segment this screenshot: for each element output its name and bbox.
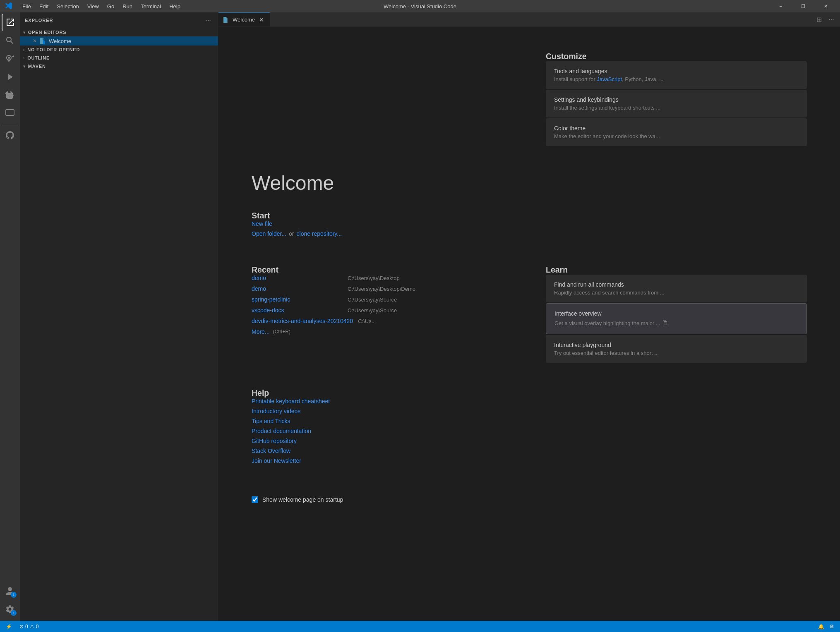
chevron-down-icon: ▾ <box>23 30 26 35</box>
recent-name-2[interactable]: spring-petclinic <box>252 296 343 303</box>
titlebar-controls: − ❐ ✕ <box>771 0 835 12</box>
customize-card-tools[interactable]: Tools and languages Install support for … <box>546 61 807 89</box>
sidebar-item-source-control[interactable] <box>2 50 18 67</box>
error-count: 0 <box>25 624 28 630</box>
sidebar-header-icons: ··· <box>204 16 213 25</box>
learn-card-playground[interactable]: Interactive playground Try out essential… <box>546 335 807 363</box>
customize-card-theme[interactable]: Color theme Make the editor and your cod… <box>546 118 807 146</box>
tab-list: Welcome ✕ <box>218 12 270 26</box>
menu-view[interactable]: View <box>84 2 102 10</box>
chevron-down-icon-2: ▾ <box>23 64 26 69</box>
split-editor-button[interactable]: ⊞ <box>814 14 824 25</box>
cursor-icon: 🖱 <box>662 318 669 327</box>
help-section: Help Printable keyboard cheatsheet Intro… <box>252 388 513 467</box>
menu-file[interactable]: File <box>19 2 34 10</box>
help-cheatsheet-link[interactable]: Printable keyboard cheatsheet <box>252 398 513 405</box>
menu-run[interactable]: Run <box>119 2 136 10</box>
learn-card-interface[interactable]: Interface overview Get a visual overlay … <box>546 303 807 334</box>
help-stackoverflow-link[interactable]: Stack Overflow <box>252 448 513 454</box>
learn-interface-desc: Get a visual overlay highlighting the ma… <box>554 318 798 327</box>
open-editor-welcome[interactable]: ✕ Welcome <box>20 36 218 45</box>
close-button[interactable]: ✕ <box>816 0 835 12</box>
status-errors[interactable]: ⊘ 0 ⚠ 0 <box>17 621 41 632</box>
editor-close-button[interactable]: ✕ <box>31 38 38 44</box>
menu-selection[interactable]: Selection <box>53 2 82 10</box>
help-github-link[interactable]: GitHub repository <box>252 438 513 444</box>
statusbar-right: 🔔 🖥 <box>816 624 837 630</box>
menu-bar: File Edit Selection View Go Run Terminal… <box>19 2 184 10</box>
titlebar-left: File Edit Selection View Go Run Terminal… <box>5 2 184 11</box>
sidebar-item-github[interactable] <box>2 127 18 144</box>
maximize-button[interactable]: ❐ <box>794 0 813 12</box>
customize-tools-title: Tools and languages <box>554 68 799 74</box>
recent-item-0: demo C:\Users\yay\Desktop <box>252 275 513 281</box>
more-actions-button[interactable]: ··· <box>826 14 837 25</box>
help-videos-link[interactable]: Introductory videos <box>252 408 513 414</box>
customize-settings-desc: Install the settings and keyboard shortc… <box>554 105 799 111</box>
status-remote-right[interactable]: 🖥 <box>827 624 837 630</box>
menu-terminal[interactable]: Terminal <box>137 2 164 10</box>
customize-settings-title: Settings and keybindings <box>554 96 799 103</box>
maven-label: Maven <box>28 64 46 69</box>
clone-repo-link[interactable]: clone repository... <box>297 230 342 237</box>
recent-name-4[interactable]: devdiv-metrics-and-analyses-20210420 <box>252 318 353 324</box>
help-newsletter-link[interactable]: Join our Newsletter <box>252 457 513 464</box>
activity-bar-bottom: 1 1 <box>2 583 18 621</box>
learn-interface-title: Interface overview <box>554 310 798 317</box>
recent-path-0: C:\Users\yay\Desktop <box>348 275 400 281</box>
settings-button[interactable]: 1 <box>2 601 18 618</box>
new-file-link[interactable]: New file <box>252 220 513 227</box>
tab-file-icon <box>223 17 229 23</box>
section-outline[interactable]: › Outline <box>20 54 218 62</box>
menu-edit[interactable]: Edit <box>36 2 52 10</box>
tab-label: Welcome <box>233 17 255 23</box>
sidebar-item-remote-explorer[interactable] <box>2 105 18 122</box>
sidebar-item-run-debug[interactable] <box>2 69 18 85</box>
tab-close-button[interactable]: ✕ <box>258 17 265 23</box>
section-maven[interactable]: ▾ Maven <box>20 62 218 70</box>
customize-section: Customize Tools and languages Install su… <box>546 52 807 147</box>
statusbar: ⚡ ⊘ 0 ⚠ 0 🔔 🖥 <box>0 621 840 632</box>
menu-go[interactable]: Go <box>104 2 118 10</box>
start-heading: Start <box>252 211 513 220</box>
status-notifications[interactable]: 🔔 <box>816 624 827 630</box>
startup-label: Show welcome page on startup <box>262 496 343 503</box>
start-section: Start New file Open folder... or clone r… <box>252 211 513 240</box>
recent-name-3[interactable]: vscode-docs <box>252 307 343 314</box>
welcome-content: Welcome Start New file Open folder... or… <box>218 27 840 621</box>
no-folder-label: No Folder Opened <box>27 47 80 52</box>
minimize-button[interactable]: − <box>771 0 790 12</box>
sidebar-more-button[interactable]: ··· <box>204 16 213 25</box>
warning-count: 0 <box>36 624 39 630</box>
customize-card-settings[interactable]: Settings and keybindings Install the set… <box>546 90 807 117</box>
svg-rect-0 <box>6 110 14 115</box>
sidebar: Explorer ··· ▾ Open Editors ✕ Welcome › … <box>20 12 218 621</box>
open-folder-link[interactable]: Open folder... <box>252 230 286 237</box>
help-tips-link[interactable]: Tips and Tricks <box>252 418 513 424</box>
section-no-folder[interactable]: › No Folder Opened <box>20 45 218 54</box>
recent-name-0[interactable]: demo <box>252 275 343 281</box>
sidebar-item-extensions[interactable] <box>2 87 18 103</box>
sidebar-item-search[interactable] <box>2 32 18 49</box>
menu-help[interactable]: Help <box>166 2 184 10</box>
section-open-editors[interactable]: ▾ Open Editors <box>20 28 218 36</box>
customize-theme-title: Color theme <box>554 125 799 132</box>
more-recent-link[interactable]: More... (Ctrl+R) <box>252 328 513 335</box>
outline-label: Outline <box>27 55 50 60</box>
sidebar-item-explorer[interactable] <box>2 14 18 31</box>
help-docs-link[interactable]: Product documentation <box>252 428 513 434</box>
status-remote[interactable]: ⚡ <box>3 621 14 632</box>
recent-path-4: C:\Us... <box>358 318 376 324</box>
tab-welcome[interactable]: Welcome ✕ <box>218 12 270 26</box>
startup-checkbox[interactable] <box>252 496 258 503</box>
tab-bar-right: ⊞ ··· <box>814 14 840 25</box>
tab-bar: Welcome ✕ ⊞ ··· <box>218 12 840 27</box>
welcome-title: Welcome <box>252 172 807 194</box>
learn-card-commands[interactable]: Find and run all commands Rapidly access… <box>546 275 807 302</box>
or-separator: or <box>289 230 294 237</box>
activity-bar: 1 1 <box>0 12 20 621</box>
recent-name-1[interactable]: demo <box>252 285 343 292</box>
accounts-button[interactable]: 1 <box>2 583 18 599</box>
window-title: Welcome - Visual Studio Code <box>384 3 456 10</box>
customize-theme-desc: Make the editor and your code look the w… <box>554 133 799 139</box>
